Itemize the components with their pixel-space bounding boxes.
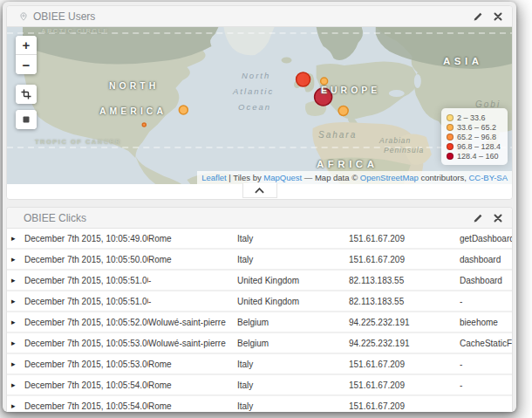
cell-timestamp: December 7th 2015, 10:05:53.000 bbox=[24, 339, 148, 348]
close-icon[interactable] bbox=[493, 213, 503, 223]
row-expand-arrow-icon[interactable]: ▸ bbox=[7, 339, 24, 347]
close-icon[interactable] bbox=[493, 11, 503, 22]
legend-label: 128.4 – 160 bbox=[457, 152, 499, 161]
map-marker[interactable] bbox=[297, 72, 310, 86]
cell-city: Rome bbox=[148, 234, 237, 243]
legend-item: 65.2 – 96.8 bbox=[447, 132, 501, 141]
cell-ip: 151.61.67.209 bbox=[349, 401, 460, 411]
attribution-link[interactable]: OpenStreetMap bbox=[360, 173, 419, 182]
clicks-panel-header: OBIEE Clicks bbox=[7, 208, 512, 229]
table-row[interactable]: ▸ December 7th 2015, 10:05:52.000 Woluwé… bbox=[7, 312, 512, 333]
cell-country: Italy bbox=[237, 380, 349, 390]
cell-country: Italy bbox=[237, 401, 349, 411]
attribution-link[interactable]: Leaflet bbox=[201, 173, 227, 182]
edit-icon[interactable] bbox=[473, 11, 483, 22]
row-expand-arrow-icon[interactable]: ▸ bbox=[7, 276, 24, 284]
cell-timestamp: December 7th 2015, 10:05:53.000 bbox=[24, 360, 148, 369]
map-marker[interactable] bbox=[142, 123, 146, 127]
map-tiles bbox=[7, 27, 512, 184]
legend-label: 33.6 – 65.2 bbox=[457, 123, 496, 132]
world-map[interactable]: ARCTIC CIRCLENORTHAMERICANorthAtlanticOc… bbox=[7, 27, 512, 184]
collapse-panel-button[interactable] bbox=[242, 183, 277, 198]
row-expand-arrow-icon[interactable]: ▸ bbox=[7, 234, 24, 243]
cell-action: getDashboardLi bbox=[460, 234, 512, 243]
cell-city: Rome bbox=[148, 360, 237, 369]
cell-country: United Kingdom bbox=[237, 297, 349, 306]
cell-action: dashboard bbox=[460, 255, 512, 264]
cell-timestamp: December 7th 2015, 10:05:51.000 bbox=[24, 297, 148, 306]
users-panel: OBIEE Users bbox=[6, 5, 513, 200]
legend-label: 65.2 – 96.8 bbox=[457, 133, 496, 141]
cell-action: - bbox=[460, 380, 512, 390]
cell-action: - bbox=[460, 297, 512, 306]
cell-timestamp: December 7th 2015, 10:05:51.000 bbox=[24, 276, 148, 285]
crop-select-button[interactable] bbox=[16, 85, 37, 104]
legend-label: 96.8 – 128.4 bbox=[457, 142, 501, 151]
table-row[interactable]: ▸ December 7th 2015, 10:05:51.000 - Unit… bbox=[7, 271, 512, 291]
row-expand-arrow-icon[interactable]: ▸ bbox=[7, 380, 24, 389]
cell-country: Belgium bbox=[237, 339, 349, 348]
cell-action: - bbox=[460, 360, 512, 369]
row-expand-arrow-icon[interactable]: ▸ bbox=[7, 360, 24, 368]
screenshot-stage: OBIEE Users bbox=[0, 0, 532, 418]
map-pin-icon bbox=[19, 11, 28, 22]
legend-item: 96.8 – 128.4 bbox=[447, 141, 501, 151]
cell-ip: 94.225.232.191 bbox=[349, 318, 460, 327]
draw-rectangle-control bbox=[16, 85, 37, 104]
table-row[interactable]: ▸ December 7th 2015, 10:05:54.000 Rome I… bbox=[7, 375, 512, 396]
attribution-link[interactable]: CC-BY-SA bbox=[468, 173, 508, 182]
table-row[interactable]: ▸ December 7th 2015, 10:05:50.000 Rome I… bbox=[7, 250, 512, 271]
clicks-panel-title: OBIEE Clicks bbox=[24, 212, 86, 224]
cell-country: Italy bbox=[237, 255, 349, 264]
row-expand-arrow-icon[interactable]: ▸ bbox=[7, 401, 24, 410]
cell-timestamp: December 7th 2015, 10:05:54.000 bbox=[24, 401, 148, 411]
cell-city: Rome bbox=[148, 401, 237, 411]
legend-item: 2 – 33.6 bbox=[447, 113, 501, 122]
cell-timestamp: December 7th 2015, 10:05:49.000 bbox=[24, 234, 148, 243]
clicks-panel: OBIEE Clicks ▸ December 7th 2015, 10:05:… bbox=[6, 207, 513, 412]
row-expand-arrow-icon[interactable]: ▸ bbox=[7, 318, 24, 326]
zoom-in-button[interactable]: + bbox=[16, 36, 37, 55]
zoom-out-button[interactable]: − bbox=[16, 55, 37, 74]
users-panel-header: OBIEE Users bbox=[7, 6, 512, 27]
attribution-link[interactable]: MapQuest bbox=[263, 173, 302, 182]
cell-country: Italy bbox=[237, 360, 349, 369]
legend-swatch-icon bbox=[447, 153, 454, 160]
map-marker[interactable] bbox=[315, 88, 332, 106]
table-row[interactable]: ▸ December 7th 2015, 10:05:54.000 Rome I… bbox=[7, 396, 512, 412]
table-row[interactable]: ▸ December 7th 2015, 10:05:49.000 Rome I… bbox=[7, 229, 512, 250]
legend-item: 33.6 – 65.2 bbox=[447, 122, 501, 132]
map-marker[interactable] bbox=[179, 106, 188, 114]
legend-swatch-icon bbox=[447, 114, 454, 121]
users-panel-title: OBIEE Users bbox=[33, 10, 95, 23]
table-row[interactable]: ▸ December 7th 2015, 10:05:53.000 Rome I… bbox=[7, 354, 512, 375]
row-expand-arrow-icon[interactable]: ▸ bbox=[7, 297, 24, 305]
cell-ip: 151.61.67.209 bbox=[349, 255, 460, 264]
table-row[interactable]: ▸ December 7th 2015, 10:05:51.000 - Unit… bbox=[7, 291, 512, 312]
cell-country: Belgium bbox=[237, 318, 349, 327]
edit-icon[interactable] bbox=[473, 213, 483, 223]
row-expand-arrow-icon[interactable]: ▸ bbox=[7, 255, 24, 264]
cell-ip: 82.113.183.55 bbox=[349, 297, 460, 306]
cell-city: - bbox=[148, 276, 237, 285]
cell-city: Rome bbox=[148, 255, 237, 264]
cell-ip: 151.61.67.209 bbox=[349, 380, 460, 390]
legend-swatch-icon bbox=[447, 143, 454, 150]
cell-city: Woluwé-saint-pierre bbox=[148, 318, 237, 327]
cell-action: Dashboard bbox=[460, 276, 512, 285]
zoom-control: + − bbox=[16, 36, 37, 74]
cell-timestamp: December 7th 2015, 10:05:52.000 bbox=[24, 318, 148, 327]
map-marker[interactable] bbox=[321, 78, 328, 85]
attribution-text: — Map data © bbox=[302, 173, 360, 182]
map-attribution: Leaflet | Tiles by MapQuest — Map data ©… bbox=[197, 171, 512, 184]
cell-city: Rome bbox=[148, 380, 237, 390]
table-row[interactable]: ▸ December 7th 2015, 10:05:53.000 Woluwé… bbox=[7, 333, 512, 354]
map-legend: 2 – 33.633.6 – 65.265.2 – 96.896.8 – 128… bbox=[441, 108, 508, 165]
legend-swatch-icon bbox=[447, 134, 454, 140]
cell-action: CacheStaticFile bbox=[460, 339, 512, 348]
shape-control bbox=[16, 110, 37, 129]
map-marker[interactable] bbox=[338, 106, 348, 116]
panel-collapse-strip bbox=[7, 184, 512, 199]
square-select-button[interactable] bbox=[16, 110, 37, 129]
cell-ip: 151.61.67.209 bbox=[349, 234, 460, 243]
